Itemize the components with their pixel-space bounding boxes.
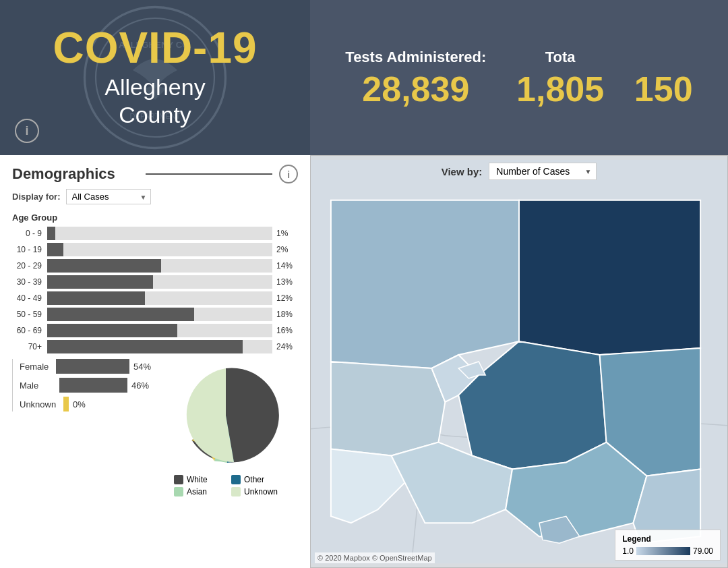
age-bar-label: 70+ <box>12 342 47 351</box>
legend-other: Other <box>231 475 278 484</box>
age-bar-outer <box>47 259 272 273</box>
gender-bar-outer <box>56 359 129 374</box>
age-bar-inner <box>47 259 161 273</box>
age-bar-row: 50 - 5918% <box>12 308 298 321</box>
pie-chart <box>172 362 280 470</box>
bottom-section: Female54%Male46% Unknown 0% <box>12 359 298 496</box>
age-bar-label: 40 - 49 <box>12 293 47 303</box>
covid-title-sub: Allegheny County <box>53 74 257 129</box>
map-svg[interactable] <box>311 156 727 567</box>
age-bar-inner <box>47 340 243 353</box>
age-bar-inner <box>47 227 55 240</box>
age-bar-outer <box>47 308 272 321</box>
unknown-pct: 0% <box>73 399 86 409</box>
display-for-select[interactable]: All Cases Hospitalizations Deaths <box>66 189 151 204</box>
age-bar-row: 70+24% <box>12 340 298 353</box>
age-bar-label: 20 - 29 <box>12 261 47 271</box>
header: ALLEGHENY CO. DEPARTMENT i COVID-19 Alle… <box>0 0 728 155</box>
stat-total-value: 1,805 <box>516 72 604 107</box>
gender-bars: Female54%Male46% <box>20 359 154 393</box>
age-bar-pct: 14% <box>276 261 298 271</box>
gender-bar-inner <box>56 359 129 374</box>
age-bar-outer <box>47 243 272 256</box>
header-stats: Tests Administered: 28,839 Tota 1,805 15… <box>310 0 728 155</box>
covid-title-block: COVID-19 Allegheny County <box>53 26 257 129</box>
map-toolbar: View by: Number of Cases Rate per 100K ▼ <box>311 163 727 180</box>
stat-third: 150 <box>634 49 693 107</box>
gender-label: Female <box>20 362 56 372</box>
age-bar-pct: 18% <box>276 310 298 319</box>
display-for-select-wrapper[interactable]: All Cases Hospitalizations Deaths ▼ <box>66 189 151 204</box>
age-bar-inner <box>47 243 63 256</box>
map-legend-scale: 1.0 79.00 <box>622 546 713 556</box>
legend-gradient <box>636 547 690 555</box>
legend-unknown: Unknown <box>231 487 278 496</box>
gender-bar-outer <box>59 378 127 393</box>
demo-title: Demographics <box>12 165 139 183</box>
age-bars: 0 - 91%10 - 192%20 - 2914%30 - 3913%40 -… <box>12 227 298 353</box>
age-bar-outer <box>47 227 272 240</box>
unknown-label: Unknown <box>20 399 63 409</box>
map-panel: View by: Number of Cases Rate per 100K ▼… <box>310 155 728 568</box>
map-legend-title: Legend <box>622 534 713 544</box>
age-bar-outer <box>47 291 272 305</box>
header-info-button[interactable]: i <box>15 119 39 143</box>
legend-asian: Asian <box>174 487 220 496</box>
legend-unknown-dot <box>231 487 241 496</box>
age-bar-row: 30 - 3913% <box>12 275 298 289</box>
legend-white-label: White <box>187 475 208 484</box>
age-bar-inner <box>47 308 194 321</box>
stat-tests-value: 28,839 <box>345 72 486 107</box>
age-bar-row: 10 - 192% <box>12 243 298 256</box>
display-for-row: Display for: All Cases Hospitalizations … <box>12 189 298 204</box>
age-bar-pct: 24% <box>276 342 298 351</box>
gender-pct: 46% <box>131 380 154 391</box>
map-select-wrapper[interactable]: Number of Cases Rate per 100K ▼ <box>489 163 597 180</box>
legend-min: 1.0 <box>622 546 634 556</box>
legend-white: White <box>174 475 220 484</box>
demo-info-button[interactable]: i <box>279 165 298 183</box>
view-by-label: View by: <box>442 166 483 177</box>
age-bar-label: 60 - 69 <box>12 326 47 335</box>
age-bar-pct: 16% <box>276 326 298 335</box>
legend-other-label: Other <box>244 475 264 484</box>
legend-white-dot <box>174 475 183 484</box>
age-bar-row: 60 - 6916% <box>12 324 298 337</box>
gender-bar-row: Male46% <box>20 378 154 393</box>
legend-asian-dot <box>174 487 183 496</box>
age-bar-inner <box>47 275 153 289</box>
age-bar-outer <box>47 275 272 289</box>
age-bar-label: 0 - 9 <box>12 229 47 238</box>
age-bar-pct: 12% <box>276 293 298 303</box>
demo-header: Demographics i <box>12 165 298 183</box>
age-bar-inner <box>47 324 177 337</box>
stat-total-label: Tota <box>516 49 604 66</box>
stat-tests-administered: Tests Administered: 28,839 <box>345 49 486 107</box>
age-group-label: Age Group <box>12 212 298 223</box>
main-content: Demographics i Display for: All Cases Ho… <box>0 155 728 568</box>
age-bar-pct: 1% <box>276 229 298 238</box>
age-bar-pct: 13% <box>276 277 298 287</box>
map-region-3[interactable] <box>331 362 445 456</box>
age-bar-pct: 2% <box>276 245 298 254</box>
age-bar-label: 50 - 59 <box>12 310 47 319</box>
gender-bar-inner <box>59 378 127 393</box>
stat-total: Tota 1,805 <box>516 49 604 107</box>
age-bar-row: 20 - 2914% <box>12 259 298 273</box>
gender-label: Male <box>20 380 59 391</box>
covid-title-main: COVID-19 <box>53 26 257 69</box>
age-bar-label: 10 - 19 <box>12 245 47 254</box>
gender-section: Female54%Male46% Unknown 0% <box>12 359 154 496</box>
header-left: ALLEGHENY CO. DEPARTMENT i COVID-19 Alle… <box>0 0 310 155</box>
legend-unknown-label: Unknown <box>244 487 278 496</box>
pie-legend: White Other Asian Unknown <box>174 475 278 496</box>
map-view-select[interactable]: Number of Cases Rate per 100K <box>489 163 597 180</box>
pie-svg <box>172 362 280 470</box>
pie-section: White Other Asian Unknown <box>154 359 298 496</box>
legend-asian-label: Asian <box>187 487 207 496</box>
map-region-1[interactable] <box>331 200 519 368</box>
legend-max: 79.00 <box>693 546 713 556</box>
map-region-2[interactable] <box>519 200 700 355</box>
age-bar-outer <box>47 324 272 337</box>
legend-other-dot <box>231 475 241 484</box>
